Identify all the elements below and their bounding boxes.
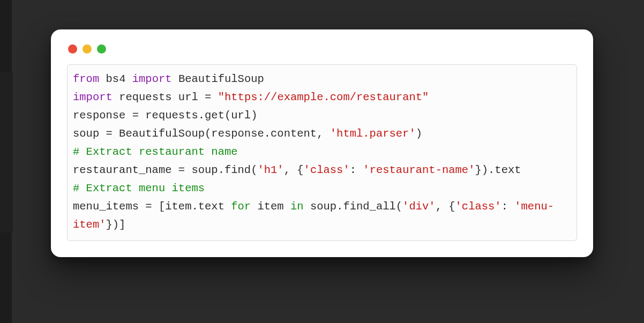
left-gutter-accent [0, 72, 13, 232]
line-menuitems-pre: menu_items = [item.text [73, 200, 231, 213]
window-close-icon[interactable] [68, 44, 77, 54]
app-background: from bs4 import BeautifulSoup import req… [0, 0, 644, 323]
comment-restaurant-name: # Extract restaurant name [73, 146, 238, 158]
keyword-from: from [73, 73, 99, 85]
keyword-for: for [231, 200, 251, 213]
keyword-import: import [132, 73, 172, 85]
module-requests: requests [119, 91, 171, 103]
line-restaurant-post: }).text [475, 164, 521, 176]
line-restaurant-pre: restaurant_name = soup.find( [73, 164, 257, 176]
code-window: from bs4 import BeautifulSoup import req… [51, 29, 593, 257]
keyword-import: import [73, 91, 113, 103]
string-h1: 'h1' [257, 164, 283, 176]
window-zoom-icon[interactable] [97, 44, 106, 54]
assign-url: url = [178, 91, 218, 103]
comment-menu-items: # Extract menu items [73, 182, 205, 194]
string-class-key2: 'class' [455, 200, 501, 213]
string-html-parser: 'html.parser' [330, 127, 416, 140]
string-class-key1: 'class' [304, 164, 350, 176]
line-soup-pre: soup = BeautifulSoup(response.content, [73, 127, 330, 140]
class-beautifulsoup: BeautifulSoup [178, 73, 264, 85]
window-minimize-icon[interactable] [83, 44, 92, 54]
keyword-in: in [290, 200, 304, 213]
string-restaurant-name: 'restaurant-name' [363, 164, 475, 176]
line-menuitems-post: })] [106, 219, 126, 231]
code-block[interactable]: from bs4 import BeautifulSoup import req… [73, 70, 571, 234]
window-titlebar [67, 43, 577, 64]
line-response: response = requests.get(url) [73, 109, 257, 122]
line-soup-post: ) [416, 127, 422, 140]
string-div: 'div' [402, 200, 436, 213]
module-bs4: bs4 [106, 73, 126, 85]
string-url: "https://example.com/restaurant" [218, 91, 429, 103]
code-container: from bs4 import BeautifulSoup import req… [67, 64, 577, 241]
